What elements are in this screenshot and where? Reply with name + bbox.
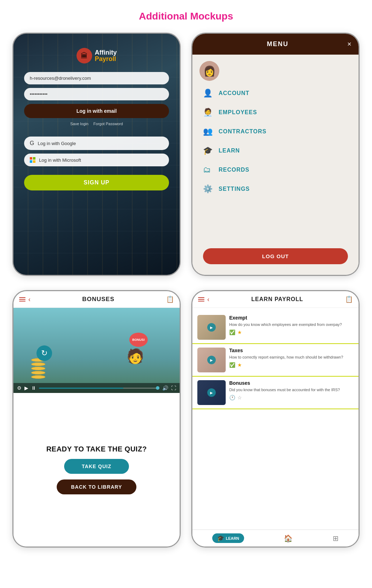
back-to-library-button[interactable]: BACK TO LIBRARY [57, 479, 136, 494]
learn-document-icon[interactable]: 📋 [345, 295, 353, 303]
ms-blue [30, 160, 32, 163]
save-login-label: Save login [70, 122, 88, 126]
menu-item-employees[interactable]: 🧑‍💼 EMPLOYEES [192, 103, 359, 122]
phone-login: 🏛 Affinity Payroll Log in with email Sav… [12, 33, 181, 276]
signup-button[interactable]: SIGN UP [24, 175, 169, 190]
phone-learn-payroll: ‹ LEARN PAYROLL 📋 ▶ Exempt How do you kn… [191, 290, 360, 548]
contractors-label: CONTRACTORS [219, 128, 266, 135]
password-input[interactable] [24, 88, 169, 100]
bonuses-header-left: ‹ [19, 296, 30, 303]
menu-body: 👩 👤 ACCOUNT 🧑‍💼 EMPLOYEES 👥 CONTRACTORS … [192, 55, 359, 275]
lh-line-2 [198, 299, 204, 300]
coin-3 [31, 367, 45, 370]
email-input[interactable] [24, 72, 169, 84]
settings-icon: ⚙️ [203, 184, 213, 194]
pause-icon[interactable]: ⏸ [31, 385, 36, 391]
learn-item-taxes[interactable]: ▶ Taxes How to correctly report earnings… [192, 344, 359, 377]
login-microsoft-button[interactable]: Log in with Microsoft [24, 154, 169, 166]
lh-line-1 [198, 297, 204, 298]
learn-hamburger-icon[interactable] [198, 297, 204, 301]
exempt-play-button[interactable]: ▶ [207, 323, 216, 332]
learn-item-bonuses[interactable]: ▶ Bonuses Did you know that bonuses must… [192, 377, 359, 409]
taxes-star-icon[interactable]: ★ [237, 362, 242, 368]
bonuses-star-outline-icon[interactable]: ☆ [237, 395, 242, 400]
login-google-button[interactable]: G Log in with Google [24, 137, 169, 150]
settings-gear-icon[interactable]: ⚙ [17, 385, 22, 391]
bonuses-play-button[interactable]: ▶ [207, 388, 216, 397]
phone-menu: MENU × 👩 👤 ACCOUNT 🧑‍💼 EMPLOYEES 👥 [191, 33, 360, 276]
user-avatar: 👩 [199, 61, 219, 81]
taxes-info: Taxes How to correctly report earnings, … [229, 348, 354, 372]
learn-label: LEARN [219, 148, 240, 154]
bonuses-thumbnail: ▶ [197, 380, 226, 405]
login-email-button[interactable]: Log in with email [24, 104, 169, 118]
menu-item-learn[interactable]: 🎓 LEARN [192, 141, 359, 160]
volume-icon[interactable]: 🔊 [162, 385, 168, 391]
employees-icon: 🧑‍💼 [203, 108, 213, 117]
page-title: Additional Mockups [139, 11, 233, 22]
ms-green [33, 157, 35, 160]
take-quiz-button[interactable]: TAKE QUIZ [64, 459, 129, 474]
video-progress-dot [156, 386, 159, 390]
refresh-icon: ↻ [36, 345, 52, 361]
learn-icon: 🎓 [203, 146, 213, 155]
hamburger-menu-icon[interactable] [19, 297, 26, 301]
play-icon[interactable]: ▶ [24, 385, 28, 391]
logout-button[interactable]: LOG OUT [203, 248, 348, 264]
google-login-label: Log in with Google [38, 141, 76, 146]
learn-back-arrow-icon[interactable]: ‹ [207, 296, 209, 303]
menu-item-contractors[interactable]: 👥 CONTRACTORS [192, 122, 359, 141]
nav-home-item[interactable]: 🏠 [284, 534, 293, 543]
logo-icon: 🏛 [77, 48, 92, 63]
coin-4 [31, 371, 45, 375]
bonuses-status-icons: 🕐 ☆ [229, 395, 354, 400]
quiz-title: READY TO TAKE THE QUIZ? [46, 445, 147, 453]
login-content: 🏛 Affinity Payroll Log in with email Sav… [13, 34, 180, 198]
h-line-3 [19, 301, 26, 301]
taxes-status-icons: ✅ ★ [229, 362, 354, 368]
google-icon: G [30, 140, 34, 146]
menu-item-settings[interactable]: ⚙️ SETTINGS [192, 179, 359, 199]
bonuses-page-title: BONUSES [82, 296, 114, 303]
learn-item-exempt[interactable]: ▶ Exempt How do you know which employees… [192, 311, 359, 344]
learn-bottom-nav: 🎓 LEARN 🏠 ⊞ [192, 529, 359, 547]
forgot-password-link[interactable]: Forgot Password [94, 122, 123, 126]
bonuses-quiz-section: READY TO TAKE THE QUIZ? TAKE QUIZ BACK T… [13, 393, 180, 547]
nav-home-icon: 🏠 [284, 534, 293, 543]
video-character: 🧑 [126, 348, 144, 365]
logo-payroll: Payroll [95, 56, 117, 62]
nav-learn-active[interactable]: 🎓 LEARN [212, 533, 244, 543]
menu-item-account[interactable]: 👤 ACCOUNT [192, 84, 359, 103]
nav-learn-icon: 🎓 [217, 535, 224, 542]
logo-affinity: Affinity [95, 49, 117, 56]
coins-stack [31, 358, 45, 379]
records-label: RECORDS [219, 167, 249, 173]
h-line-2 [19, 299, 26, 300]
nav-grid-item[interactable]: ⊞ [333, 534, 339, 543]
taxes-desc: How to correctly report earnings, how mu… [229, 355, 354, 360]
menu-close-button[interactable]: × [347, 40, 351, 48]
video-progress-fill [39, 388, 123, 389]
coin-5 [31, 375, 45, 379]
bonuses-title: Bonuses [229, 380, 354, 386]
bonuses-clock-icon: 🕐 [229, 395, 235, 400]
document-icon[interactable]: 📋 [166, 295, 174, 303]
exempt-title: Exempt [229, 315, 354, 321]
video-progress-bar[interactable] [39, 388, 159, 389]
account-label: ACCOUNT [219, 90, 249, 96]
exempt-desc: How do you know which employees are exem… [229, 322, 354, 327]
menu-item-records[interactable]: 🗂 RECORDS [192, 160, 359, 179]
exempt-star-icon[interactable]: ★ [237, 329, 242, 335]
coin-2 [31, 362, 45, 366]
mockups-grid: 🏛 Affinity Payroll Log in with email Sav… [12, 33, 360, 548]
fullscreen-icon[interactable]: ⛶ [171, 385, 176, 391]
bonuses-info: Bonuses Did you know that bonuses must b… [229, 380, 354, 405]
menu-header: MENU × [192, 34, 359, 55]
phone-bonuses: ‹ BONUSES 📋 ↻ [12, 290, 181, 548]
microsoft-login-label: Log in with Microsoft [39, 157, 81, 163]
bonuses-header: ‹ BONUSES 📋 [13, 291, 180, 308]
back-arrow-icon[interactable]: ‹ [28, 296, 30, 303]
video-controls-bar: ⚙ ▶ ⏸ 🔊 ⛶ [13, 383, 180, 393]
bonuses-desc: Did you know that bonuses must be accoun… [229, 387, 354, 393]
taxes-play-button[interactable]: ▶ [207, 356, 216, 364]
